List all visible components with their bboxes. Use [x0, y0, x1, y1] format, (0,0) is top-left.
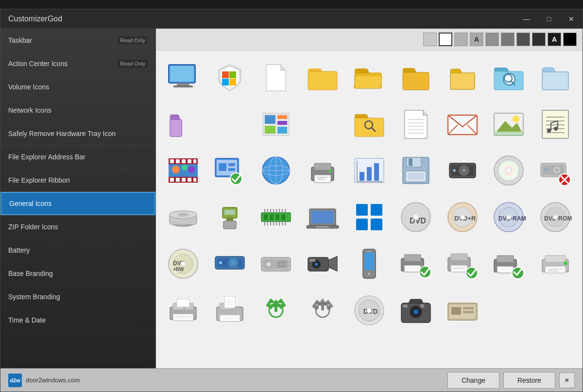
icon-cell-search-folder-yellow[interactable] [347, 102, 392, 147]
icon-cell-folder-closed-1[interactable] [300, 55, 345, 100]
svg-rect-210 [497, 256, 514, 262]
sidebar-item-safely-remove[interactable]: Safely Remove Hardware Tray Icon [0, 122, 155, 145]
icon-cell-usb-drive[interactable] [207, 195, 252, 239]
sidebar-item-network[interactable]: Network Icons [0, 99, 155, 122]
sidebar-label-taskbar: Taskbar [8, 36, 32, 44]
icon-cell-camcorder[interactable] [300, 241, 345, 286]
icon-cell-folder-lightblue[interactable] [533, 55, 578, 100]
icon-cell-empty-1[interactable] [207, 102, 252, 147]
svg-rect-9 [308, 71, 337, 90]
color-swatch-white[interactable] [439, 33, 452, 46]
sidebar-item-zip-folder[interactable]: ZIP Folder Icons [0, 215, 155, 239]
svg-rect-67 [193, 178, 196, 182]
icon-cell-dvd-disc2[interactable]: DVD [347, 288, 392, 333]
icon-cell-folder-simple[interactable] [394, 55, 438, 100]
icon-cell-ram[interactable] [254, 195, 299, 239]
icon-cell-movie[interactable] [161, 149, 206, 193]
icon-cell-email[interactable] [440, 102, 485, 147]
restore-button[interactable]: Restore [503, 372, 555, 389]
icon-cell-printer-basic[interactable] [533, 241, 578, 286]
icon-cell-chart[interactable] [347, 149, 392, 193]
bottom-bar: d2w door2windows.com Change Restore ≡ [0, 368, 583, 392]
icon-cell-photo[interactable] [486, 102, 531, 147]
icon-cell-mobile[interactable] [347, 241, 392, 286]
svg-rect-249 [463, 307, 474, 309]
icon-cell-card-reader[interactable] [440, 288, 485, 333]
sidebar-label-time-date: Time & Date [8, 316, 46, 324]
color-swatch-medgray2[interactable] [501, 33, 514, 46]
svg-rect-227 [220, 315, 240, 322]
icon-cell-laptop[interactable] [300, 195, 345, 239]
icon-cell-monitor[interactable] [161, 55, 206, 100]
sidebar-item-battery[interactable]: Battery [0, 239, 155, 262]
icon-cell-dvd-rw[interactable]: DVD +RW [161, 241, 206, 286]
color-swatch-medgray1[interactable] [485, 33, 499, 46]
icon-cell-recycle-bin-2[interactable] [300, 288, 345, 333]
icon-cell-dvd-ram[interactable]: DVD-RAM [486, 195, 531, 239]
menu-button[interactable]: ≡ [559, 373, 575, 388]
icon-cell-lined-document[interactable] [394, 102, 438, 147]
sidebar-item-general-icons[interactable]: General Icons [0, 192, 155, 215]
sidebar-item-volume[interactable]: Volume Icons [0, 75, 155, 99]
minimize-button[interactable]: — [515, 9, 538, 29]
sidebar-item-action-center[interactable]: Action Center Icons Read Only [0, 52, 155, 75]
color-swatch-darkgray1[interactable] [516, 33, 530, 46]
sidebar-label-safely-remove: Safely Remove Hardware Tray Icon [8, 130, 116, 137]
icon-cell-recycle-bin[interactable] [254, 288, 299, 333]
color-swatch-black[interactable] [563, 33, 577, 46]
icon-cell-dvd[interactable]: DVD [394, 195, 438, 239]
icon-cell-disk-tray[interactable] [161, 195, 206, 239]
svg-point-70 [182, 165, 188, 170]
icon-cell-optical-drive[interactable] [254, 241, 299, 286]
window-controls: — □ ✕ [515, 9, 583, 29]
svg-rect-87 [317, 179, 325, 180]
sidebar-item-base-branding[interactable]: Base Branding [0, 262, 155, 285]
icon-cell-dvd-rom[interactable]: DVD-ROM [533, 195, 578, 239]
sidebar-item-file-explorer-address[interactable]: File Explorer Address Bar [0, 145, 155, 169]
icon-cell-folder-minimal[interactable] [440, 55, 485, 100]
icon-cell-windows-shield[interactable] [207, 55, 252, 100]
icon-cell-folder-open[interactable] [347, 55, 392, 100]
icon-cell-app-check[interactable] [207, 149, 252, 193]
change-button[interactable]: Change [447, 372, 499, 389]
sidebar-item-file-explorer-ribbon[interactable]: File Explorer Ribbon [0, 169, 155, 192]
color-swatch-lightgray[interactable] [423, 33, 437, 46]
sidebar-item-taskbar[interactable]: Taskbar Read Only [0, 29, 155, 52]
icon-cell-printer-fax2[interactable] [207, 288, 252, 333]
svg-rect-58 [170, 159, 174, 163]
color-swatch-darkgray2[interactable] [532, 33, 546, 46]
svg-rect-199 [367, 251, 372, 252]
icon-cell-camera[interactable] [394, 288, 438, 333]
icon-cell-dvd-r[interactable]: DVD+R [440, 195, 485, 239]
color-swatch-a-dark[interactable]: A [548, 33, 561, 46]
icon-cell-music-sheet[interactable] [533, 102, 578, 147]
icon-cell-search-folder[interactable] [486, 55, 531, 100]
icon-cell-blank-document[interactable] [254, 55, 299, 100]
icon-cell-harddrive-dark[interactable] [440, 149, 485, 193]
icon-cell-control-panel[interactable] [254, 102, 299, 147]
sidebar-item-time-date[interactable]: Time & Date [0, 308, 155, 332]
icon-cell-printer-arrow[interactable] [486, 241, 531, 286]
svg-rect-222 [173, 314, 193, 321]
icon-cell-printer-check-2[interactable] [440, 241, 485, 286]
icon-cell-drive-error[interactable] [533, 149, 578, 193]
icon-cell-printer-check[interactable] [394, 241, 438, 286]
icon-cell-cd[interactable] [486, 149, 531, 193]
icon-cell-printer-fax[interactable] [161, 288, 206, 333]
icon-cell-printer[interactable] [300, 149, 345, 193]
svg-rect-64 [176, 178, 180, 182]
color-swatch-gray[interactable] [454, 33, 468, 46]
icon-cell-empty-2[interactable] [300, 102, 345, 147]
app-window: CustomizerGod — □ ✕ Taskbar Read Only Ac… [0, 9, 583, 392]
maximize-button[interactable]: □ [538, 9, 560, 29]
sidebar-item-system-branding[interactable]: System Branding [0, 285, 155, 308]
svg-rect-76 [228, 168, 235, 171]
close-button[interactable]: ✕ [560, 9, 583, 29]
icon-cell-folder-purple[interactable] [161, 102, 206, 147]
svg-rect-62 [193, 159, 196, 163]
icon-cell-floppy[interactable] [394, 149, 438, 193]
icon-cell-windows-logo[interactable] [347, 195, 392, 239]
icon-cell-harddrive-blue[interactable] [207, 241, 252, 286]
color-swatch-a-light[interactable]: A [470, 33, 483, 46]
icon-cell-globe[interactable] [254, 149, 299, 193]
